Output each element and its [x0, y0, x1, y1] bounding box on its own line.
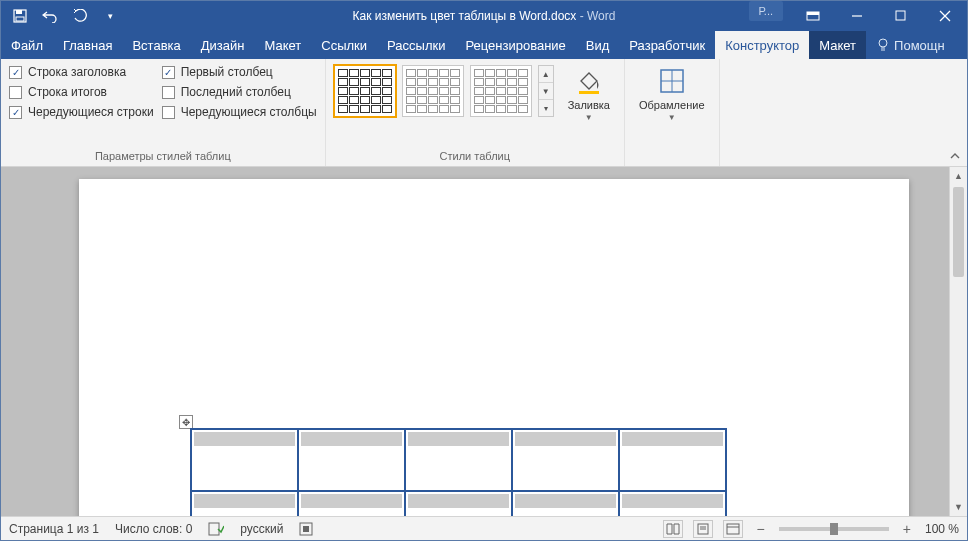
chevron-down-icon: ▼: [668, 113, 676, 122]
zoom-level[interactable]: 100 %: [925, 522, 959, 536]
zoom-out-button[interactable]: −: [753, 521, 769, 537]
minimize-icon: [851, 10, 863, 22]
qat-customize-button[interactable]: ▾: [97, 3, 123, 29]
vertical-scrollbar[interactable]: ▲ ▼: [949, 167, 967, 516]
tab-developer[interactable]: Разработчик: [619, 31, 715, 59]
opt-first-col[interactable]: Первый столбец: [162, 65, 317, 79]
doc-name: Как изменить цвет таблицы в Word.docx: [353, 9, 577, 23]
save-icon: [13, 9, 27, 23]
redo-icon: [73, 9, 87, 23]
svg-rect-17: [209, 523, 219, 535]
document-table[interactable]: [190, 428, 727, 516]
page-indicator[interactable]: Страница 1 из 1: [9, 522, 99, 536]
close-button[interactable]: [923, 1, 967, 31]
tab-mailings[interactable]: Рассылки: [377, 31, 455, 59]
svg-rect-2: [16, 17, 24, 21]
checkbox-icon: [162, 106, 175, 119]
svg-rect-4: [807, 12, 819, 15]
undo-icon: [42, 9, 58, 23]
chevron-up-icon: ▲: [539, 66, 553, 83]
tab-design[interactable]: Дизайн: [191, 31, 255, 59]
scroll-track[interactable]: [950, 185, 967, 498]
group-label: Параметры стилей таблиц: [9, 148, 317, 164]
opt-banded-rows[interactable]: Чередующиеся строки: [9, 105, 154, 119]
spellcheck-button[interactable]: [208, 522, 224, 536]
gallery-more-button[interactable]: ▲ ▼ ▾: [538, 65, 554, 117]
checkbox-icon: [162, 86, 175, 99]
table-styles-gallery: ▲ ▼ ▾: [334, 63, 554, 117]
tab-table-layout[interactable]: Макет: [809, 31, 866, 59]
web-layout-button[interactable]: [723, 520, 743, 538]
table-move-handle[interactable]: ✥: [179, 415, 193, 429]
save-button[interactable]: [7, 3, 33, 29]
svg-rect-1: [16, 10, 22, 14]
scroll-down-button[interactable]: ▼: [950, 498, 967, 516]
borders-icon: [656, 65, 688, 97]
zoom-slider-knob[interactable]: [830, 523, 838, 535]
paint-bucket-icon: [573, 65, 605, 97]
tab-references[interactable]: Ссылки: [311, 31, 377, 59]
account-button[interactable]: Р...: [749, 1, 783, 21]
maximize-button[interactable]: [879, 1, 923, 31]
checkbox-icon: [162, 66, 175, 79]
print-layout-icon: [696, 523, 710, 535]
svg-rect-19: [303, 526, 309, 532]
redo-button[interactable]: [67, 3, 93, 29]
table-row: [191, 429, 726, 491]
ribbon-display-icon: [806, 11, 820, 21]
opt-header-row[interactable]: Строка заголовка: [9, 65, 154, 79]
spellcheck-icon: [208, 522, 224, 536]
macro-icon: [299, 522, 313, 536]
tab-insert[interactable]: Вставка: [122, 31, 190, 59]
group-label: Стили таблиц: [334, 148, 616, 164]
document-area[interactable]: ✥: [1, 167, 949, 516]
tab-review[interactable]: Рецензирование: [455, 31, 575, 59]
word-count[interactable]: Число слов: 0: [115, 522, 192, 536]
tab-home[interactable]: Главная: [53, 31, 122, 59]
collapse-ribbon-button[interactable]: [949, 150, 961, 162]
table-style-thumb[interactable]: [470, 65, 532, 117]
ribbon-display-button[interactable]: [791, 1, 835, 31]
zoom-in-button[interactable]: +: [899, 521, 915, 537]
window-title: Как изменить цвет таблицы в Word.docx - …: [353, 9, 616, 23]
scroll-thumb[interactable]: [953, 187, 964, 277]
undo-button[interactable]: [37, 3, 63, 29]
print-layout-button[interactable]: [693, 520, 713, 538]
scroll-up-button[interactable]: ▲: [950, 167, 967, 185]
opt-total-row[interactable]: Строка итогов: [9, 85, 154, 99]
tab-layout[interactable]: Макет: [254, 31, 311, 59]
maximize-icon: [895, 10, 907, 22]
tell-me-search[interactable]: Помощн: [866, 38, 955, 53]
web-layout-icon: [726, 523, 740, 535]
chevron-up-icon: [949, 150, 961, 162]
chevron-down-icon: ▼: [539, 83, 553, 100]
shading-button[interactable]: Заливка ▼: [562, 63, 616, 124]
title-bar: ▾ Как изменить цвет таблицы в Word.docx …: [1, 1, 967, 31]
zoom-slider[interactable]: [779, 527, 889, 531]
tab-file[interactable]: Файл: [1, 31, 53, 59]
ribbon-body: Строка заголовка Строка итогов Чередующи…: [1, 59, 967, 167]
borders-button[interactable]: Обрамление ▼: [633, 63, 711, 124]
svg-rect-6: [896, 11, 905, 20]
table-style-thumb[interactable]: [402, 65, 464, 117]
tab-view[interactable]: Вид: [576, 31, 620, 59]
svg-rect-23: [727, 524, 739, 534]
read-mode-button[interactable]: [663, 520, 683, 538]
tab-table-design[interactable]: Конструктор: [715, 31, 809, 59]
minimize-button[interactable]: [835, 1, 879, 31]
close-icon: [939, 10, 951, 22]
read-mode-icon: [666, 523, 680, 535]
svg-rect-13: [579, 91, 599, 94]
macro-button[interactable]: [299, 522, 313, 536]
language-indicator[interactable]: русский: [240, 522, 283, 536]
quick-access-toolbar: ▾: [1, 3, 123, 29]
opt-last-col[interactable]: Последний столбец: [162, 85, 317, 99]
table-row: [191, 491, 726, 516]
more-icon: ▾: [539, 100, 553, 116]
opt-banded-cols[interactable]: Чередующиеся столбцы: [162, 105, 317, 119]
group-borders: Обрамление ▼: [625, 59, 720, 166]
share-button[interactable]: [955, 37, 968, 53]
table-style-thumb[interactable]: [334, 65, 396, 117]
checkbox-icon: [9, 86, 22, 99]
checkbox-icon: [9, 66, 22, 79]
